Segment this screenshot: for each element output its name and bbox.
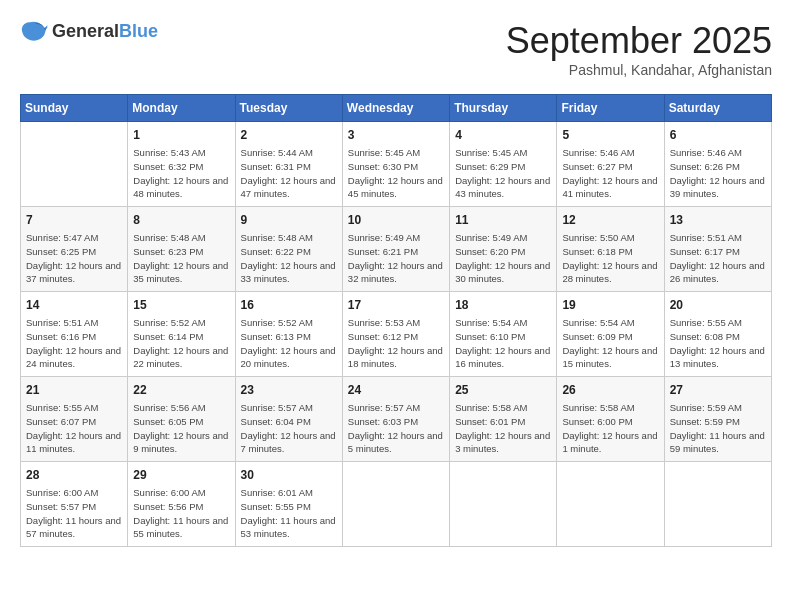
calendar-cell: 19Sunrise: 5:54 AMSunset: 6:09 PMDayligh…	[557, 292, 664, 377]
day-info: Sunrise: 5:51 AMSunset: 6:16 PMDaylight:…	[26, 316, 122, 371]
day-info: Sunrise: 5:46 AMSunset: 6:26 PMDaylight:…	[670, 146, 766, 201]
logo: GeneralBlue	[20, 20, 158, 42]
day-info: Sunrise: 5:58 AMSunset: 6:01 PMDaylight:…	[455, 401, 551, 456]
day-number: 26	[562, 381, 658, 399]
day-info: Sunrise: 5:58 AMSunset: 6:00 PMDaylight:…	[562, 401, 658, 456]
day-number: 9	[241, 211, 337, 229]
day-info: Sunrise: 5:47 AMSunset: 6:25 PMDaylight:…	[26, 231, 122, 286]
day-info: Sunrise: 6:00 AMSunset: 5:57 PMDaylight:…	[26, 486, 122, 541]
day-number: 24	[348, 381, 444, 399]
col-header-tuesday: Tuesday	[235, 95, 342, 122]
calendar-cell: 8Sunrise: 5:48 AMSunset: 6:23 PMDaylight…	[128, 207, 235, 292]
day-number: 6	[670, 126, 766, 144]
day-info: Sunrise: 5:59 AMSunset: 5:59 PMDaylight:…	[670, 401, 766, 456]
day-info: Sunrise: 5:50 AMSunset: 6:18 PMDaylight:…	[562, 231, 658, 286]
title-block: September 2025 Pashmul, Kandahar, Afghan…	[506, 20, 772, 78]
day-info: Sunrise: 5:56 AMSunset: 6:05 PMDaylight:…	[133, 401, 229, 456]
day-info: Sunrise: 5:53 AMSunset: 6:12 PMDaylight:…	[348, 316, 444, 371]
day-number: 1	[133, 126, 229, 144]
day-info: Sunrise: 5:55 AMSunset: 6:08 PMDaylight:…	[670, 316, 766, 371]
day-number: 18	[455, 296, 551, 314]
calendar-cell: 14Sunrise: 5:51 AMSunset: 6:16 PMDayligh…	[21, 292, 128, 377]
day-number: 14	[26, 296, 122, 314]
calendar-cell: 29Sunrise: 6:00 AMSunset: 5:56 PMDayligh…	[128, 462, 235, 547]
day-number: 7	[26, 211, 122, 229]
day-info: Sunrise: 5:49 AMSunset: 6:21 PMDaylight:…	[348, 231, 444, 286]
day-number: 16	[241, 296, 337, 314]
day-number: 4	[455, 126, 551, 144]
calendar-cell	[342, 462, 449, 547]
page-header: GeneralBlue September 2025 Pashmul, Kand…	[20, 20, 772, 78]
logo-blue-text: Blue	[119, 21, 158, 41]
calendar-cell: 1Sunrise: 5:43 AMSunset: 6:32 PMDaylight…	[128, 122, 235, 207]
calendar-cell	[450, 462, 557, 547]
calendar-cell: 15Sunrise: 5:52 AMSunset: 6:14 PMDayligh…	[128, 292, 235, 377]
calendar-cell: 4Sunrise: 5:45 AMSunset: 6:29 PMDaylight…	[450, 122, 557, 207]
day-info: Sunrise: 5:48 AMSunset: 6:23 PMDaylight:…	[133, 231, 229, 286]
calendar-cell: 27Sunrise: 5:59 AMSunset: 5:59 PMDayligh…	[664, 377, 771, 462]
calendar-week-row: 14Sunrise: 5:51 AMSunset: 6:16 PMDayligh…	[21, 292, 772, 377]
day-number: 27	[670, 381, 766, 399]
day-info: Sunrise: 5:45 AMSunset: 6:30 PMDaylight:…	[348, 146, 444, 201]
calendar-header-row: SundayMondayTuesdayWednesdayThursdayFrid…	[21, 95, 772, 122]
col-header-wednesday: Wednesday	[342, 95, 449, 122]
col-header-thursday: Thursday	[450, 95, 557, 122]
day-info: Sunrise: 6:00 AMSunset: 5:56 PMDaylight:…	[133, 486, 229, 541]
calendar-cell: 30Sunrise: 6:01 AMSunset: 5:55 PMDayligh…	[235, 462, 342, 547]
day-number: 17	[348, 296, 444, 314]
logo-icon	[20, 20, 48, 42]
col-header-saturday: Saturday	[664, 95, 771, 122]
day-number: 11	[455, 211, 551, 229]
calendar-week-row: 1Sunrise: 5:43 AMSunset: 6:32 PMDaylight…	[21, 122, 772, 207]
day-info: Sunrise: 5:57 AMSunset: 6:04 PMDaylight:…	[241, 401, 337, 456]
calendar-cell: 16Sunrise: 5:52 AMSunset: 6:13 PMDayligh…	[235, 292, 342, 377]
calendar-cell: 25Sunrise: 5:58 AMSunset: 6:01 PMDayligh…	[450, 377, 557, 462]
calendar-cell	[21, 122, 128, 207]
calendar-cell: 12Sunrise: 5:50 AMSunset: 6:18 PMDayligh…	[557, 207, 664, 292]
day-info: Sunrise: 5:54 AMSunset: 6:09 PMDaylight:…	[562, 316, 658, 371]
calendar-cell: 22Sunrise: 5:56 AMSunset: 6:05 PMDayligh…	[128, 377, 235, 462]
calendar-cell: 3Sunrise: 5:45 AMSunset: 6:30 PMDaylight…	[342, 122, 449, 207]
col-header-friday: Friday	[557, 95, 664, 122]
calendar-cell: 7Sunrise: 5:47 AMSunset: 6:25 PMDaylight…	[21, 207, 128, 292]
calendar-table: SundayMondayTuesdayWednesdayThursdayFrid…	[20, 94, 772, 547]
calendar-week-row: 28Sunrise: 6:00 AMSunset: 5:57 PMDayligh…	[21, 462, 772, 547]
day-number: 3	[348, 126, 444, 144]
calendar-cell: 11Sunrise: 5:49 AMSunset: 6:20 PMDayligh…	[450, 207, 557, 292]
day-info: Sunrise: 5:49 AMSunset: 6:20 PMDaylight:…	[455, 231, 551, 286]
calendar-cell: 21Sunrise: 5:55 AMSunset: 6:07 PMDayligh…	[21, 377, 128, 462]
day-number: 8	[133, 211, 229, 229]
calendar-cell: 24Sunrise: 5:57 AMSunset: 6:03 PMDayligh…	[342, 377, 449, 462]
day-info: Sunrise: 5:45 AMSunset: 6:29 PMDaylight:…	[455, 146, 551, 201]
col-header-sunday: Sunday	[21, 95, 128, 122]
day-number: 5	[562, 126, 658, 144]
calendar-cell: 20Sunrise: 5:55 AMSunset: 6:08 PMDayligh…	[664, 292, 771, 377]
calendar-cell: 17Sunrise: 5:53 AMSunset: 6:12 PMDayligh…	[342, 292, 449, 377]
day-number: 20	[670, 296, 766, 314]
day-number: 28	[26, 466, 122, 484]
day-number: 30	[241, 466, 337, 484]
calendar-cell: 13Sunrise: 5:51 AMSunset: 6:17 PMDayligh…	[664, 207, 771, 292]
logo-general-text: General	[52, 21, 119, 41]
day-number: 10	[348, 211, 444, 229]
col-header-monday: Monday	[128, 95, 235, 122]
day-number: 29	[133, 466, 229, 484]
calendar-cell	[664, 462, 771, 547]
calendar-cell: 28Sunrise: 6:00 AMSunset: 5:57 PMDayligh…	[21, 462, 128, 547]
day-number: 25	[455, 381, 551, 399]
day-number: 19	[562, 296, 658, 314]
month-title: September 2025	[506, 20, 772, 62]
location-text: Pashmul, Kandahar, Afghanistan	[506, 62, 772, 78]
day-info: Sunrise: 5:48 AMSunset: 6:22 PMDaylight:…	[241, 231, 337, 286]
day-info: Sunrise: 5:46 AMSunset: 6:27 PMDaylight:…	[562, 146, 658, 201]
calendar-week-row: 21Sunrise: 5:55 AMSunset: 6:07 PMDayligh…	[21, 377, 772, 462]
day-info: Sunrise: 5:55 AMSunset: 6:07 PMDaylight:…	[26, 401, 122, 456]
day-info: Sunrise: 5:43 AMSunset: 6:32 PMDaylight:…	[133, 146, 229, 201]
calendar-cell: 9Sunrise: 5:48 AMSunset: 6:22 PMDaylight…	[235, 207, 342, 292]
day-info: Sunrise: 5:44 AMSunset: 6:31 PMDaylight:…	[241, 146, 337, 201]
day-number: 15	[133, 296, 229, 314]
day-info: Sunrise: 5:52 AMSunset: 6:14 PMDaylight:…	[133, 316, 229, 371]
day-info: Sunrise: 5:57 AMSunset: 6:03 PMDaylight:…	[348, 401, 444, 456]
day-number: 12	[562, 211, 658, 229]
calendar-cell: 26Sunrise: 5:58 AMSunset: 6:00 PMDayligh…	[557, 377, 664, 462]
